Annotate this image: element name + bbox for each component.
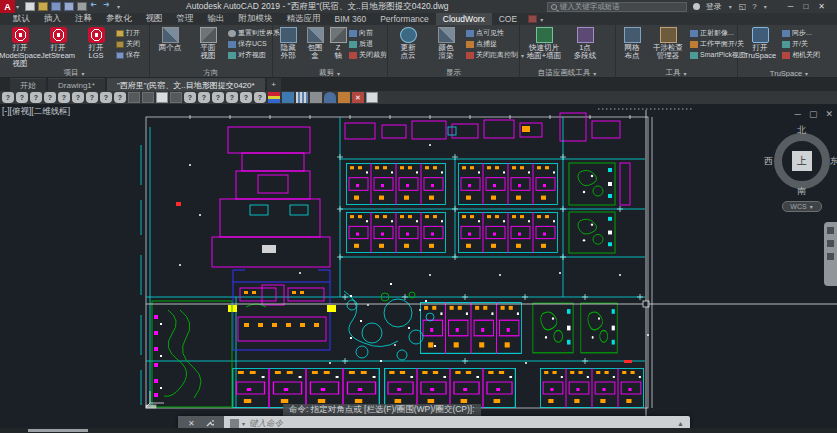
dim-tool-icon[interactable] [170,92,182,103]
sign-in-label[interactable]: 登录 [706,1,722,12]
save-icon[interactable] [51,2,61,11]
help-search[interactable]: 键入关键字或短语 [547,2,687,12]
unknown-command-icon[interactable]: ? [184,92,196,103]
lock-tool-icon[interactable] [142,92,154,103]
sync-button[interactable]: 同步... [782,28,820,38]
tab-bim360[interactable]: BIM 360 [328,13,374,25]
help-caret-icon[interactable]: ▾ [764,3,767,10]
zoom-icon[interactable] [827,240,834,247]
app-menu-caret-icon[interactable]: ▾ [16,3,19,10]
unknown-command-icon[interactable]: ? [254,92,266,103]
maximize-button[interactable]: □ [803,2,808,11]
tab-default[interactable]: 默认 [6,13,37,25]
tab-parametric[interactable]: 参数化 [99,13,139,25]
layers-tool-icon[interactable] [268,92,280,103]
open-truspace-button[interactable]: 打开 TruSpace [740,27,780,60]
camera-off-button[interactable]: 相机关闭 [782,50,820,60]
tab-coe[interactable]: COE [492,13,524,25]
tab-view[interactable]: 视图 [139,13,170,25]
command-bar[interactable]: ✕ ▾ ▲ [178,416,690,428]
doc-tab-start[interactable]: 开始 [10,78,46,91]
new-drawing-tab-button[interactable]: + [267,78,281,91]
sheet-tool-icon[interactable] [366,92,378,103]
unknown-command-icon[interactable]: ? [16,92,28,103]
project-open-button[interactable]: 打开 [116,28,140,38]
viewcube-top-face[interactable]: 上 [792,151,812,171]
viewcube-south[interactable]: 南 [797,185,806,198]
sign-in-icon[interactable] [693,3,700,10]
bounding-box-button[interactable]: 包围 盒 [303,27,327,60]
tab-output[interactable]: 输出 [201,13,232,25]
polyline-1pt-button[interactable]: 1点 多段线 [568,27,602,60]
viewcube-north[interactable]: 北 [797,124,806,137]
plan-view-button[interactable]: 平面 视图 [190,27,226,60]
panel-label-orientation[interactable]: 方向 [150,68,272,78]
viewcube-west[interactable]: 西 [764,155,773,168]
ribbon-extra-tool[interactable]: ▾ [528,13,544,25]
distance-control-button[interactable]: 关闭距离控制▾ [466,50,525,60]
panel-label-display[interactable]: 显示 [388,68,519,78]
clash-manager-button[interactable]: 干涉检查 管理器 [648,27,688,60]
doc-tab-xifuli[interactable]: "西府里"(民宿、文..目地形图提交0420* [107,78,265,91]
measure-tool-icon[interactable] [310,92,322,103]
open-lgs-button[interactable]: 打开 LGS [78,27,114,60]
unknown-command-icon[interactable]: ? [72,92,84,103]
command-expand-icon[interactable]: ▲ [677,420,690,427]
tab-annotate[interactable]: 注释 [68,13,99,25]
tab-insert[interactable]: 插入 [37,13,68,25]
viewcube-east[interactable]: 东 [830,155,837,168]
unknown-command-icon[interactable]: ? [2,92,14,103]
close-crop-button[interactable]: 关闭裁剪 [349,50,387,60]
panel-label-project[interactable]: 项目▾ [0,68,149,78]
update-pointcloud-button[interactable]: 更新 点云 [390,27,426,60]
command-tools-icon[interactable] [205,419,214,428]
z-axis-button[interactable]: Z 轴 [329,27,347,60]
quick-slice-button[interactable]: 快速切片 地面+墙面 [522,27,566,60]
project-close-button[interactable]: 关闭 [116,39,140,49]
grid-tool-icon[interactable] [296,92,308,103]
user-tool-icon[interactable] [324,92,336,103]
minimize-button[interactable]: ─ [788,2,794,11]
navigation-bar[interactable] [824,222,837,286]
image-tool-icon[interactable] [128,92,140,103]
panel-label-adaptive[interactable]: 自适应画线工具▾ [520,68,615,78]
undo-icon[interactable] [90,2,100,11]
unknown-command-icon[interactable]: ? [44,92,56,103]
doc-tab-drawing1[interactable]: Drawing1* [48,78,105,91]
help-icon[interactable]: ? [752,2,756,11]
tab-performance[interactable]: Performance [373,13,436,25]
unknown-command-icon[interactable]: ? [58,92,70,103]
viewport-controls[interactable]: [-][俯视][二维线框] [2,106,70,118]
grid-points-button[interactable]: 网格 布点 [618,27,646,60]
command-cancel-icon[interactable]: ✕ [188,419,195,428]
unknown-command-icon[interactable]: ? [86,92,98,103]
blank-tool-icon[interactable] [156,92,168,103]
model-space-canvas[interactable]: [-][俯视][二维线框] [0,105,837,428]
tab-cloudworx[interactable]: CloudWorx [436,13,492,25]
point-visibility-button[interactable]: 点可见性 [466,28,525,38]
signin-caret-icon[interactable]: ▾ [729,3,732,10]
panel-label-crop[interactable]: 裁剪▾ [273,68,387,78]
doc-minimize-button[interactable]: ─ [795,109,801,119]
tab-featured-apps[interactable]: 精选应用 [280,13,328,25]
open-file-icon[interactable] [38,2,48,11]
delete-tool-icon[interactable]: ✕ [352,92,364,103]
command-input[interactable] [245,418,677,428]
truspace-toggle-button[interactable]: 开/关 [782,39,820,49]
doc-restore-button[interactable]: ▢ [809,109,818,119]
unknown-command-icon[interactable]: ? [100,92,112,103]
qat-dropdown-icon[interactable]: ▾ [117,3,120,10]
tab-manage[interactable]: 管理 [170,13,201,25]
color-render-button[interactable]: 颜色 渲染 [428,27,464,60]
unknown-command-icon[interactable]: ? [114,92,126,103]
two-points-button[interactable]: 两个点 [152,27,188,52]
hide-outside-button[interactable]: 隐藏 外部 [275,27,301,60]
unknown-command-icon[interactable]: ? [198,92,210,103]
pan-icon[interactable] [827,227,834,234]
recent-commands-icon[interactable] [230,419,239,428]
forward-button[interactable]: 向前 [349,28,387,38]
match-tool-icon[interactable] [282,92,294,103]
save-as-icon[interactable] [64,2,74,11]
open-jetstream-button[interactable]: 打开 JetStream [40,27,76,60]
unknown-command-icon[interactable]: ? [226,92,238,103]
